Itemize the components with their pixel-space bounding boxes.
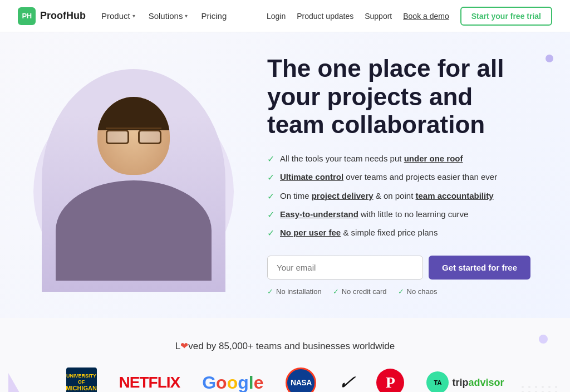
decorative-circle-right [539,335,548,344]
get-started-button[interactable]: Get started for free [429,256,530,280]
nav-pricing[interactable]: Pricing [201,11,227,21]
feature-item-3: ✓ On time project delivery & on point te… [267,190,537,203]
brand-netflix: NETFLIX [119,374,180,391]
navbar-right: Login Product updates Support Book a dem… [267,7,552,26]
highlight-under-one-roof: under one roof [404,154,463,163]
brand-google: Google [202,373,263,392]
logo-initials: PH [22,12,31,20]
logo-text: ProofHub [40,10,86,22]
check-icon: ✓ [267,171,274,184]
hero-content: The one place for all your projects and … [245,55,537,296]
check-icon: ✓ [333,287,339,296]
nav-links: Product ▾ Solutions ▾ Pricing [101,11,227,21]
form-note-credit-card: ✓ No credit card [333,287,387,296]
highlight-project-delivery: project delivery [312,191,374,200]
avatar-body [56,180,212,281]
form-note-chaos: ✓ No chaos [398,287,438,296]
start-trial-button[interactable]: Start your free trial [460,7,552,26]
check-icon: ✓ [267,287,273,296]
loved-text: L❤ved by 85,000+ teams and businesses wo… [18,340,552,352]
decorative-triangle [8,373,19,392]
navbar: PH ProofHub Product ▾ Solutions ▾ Pricin… [0,0,570,32]
check-icon: ✓ [267,227,274,239]
check-icon: ✓ [398,287,404,296]
hero-title: The one place for all your projects and … [267,55,537,139]
nav-login[interactable]: Login [267,12,286,21]
decorative-dots [522,386,559,392]
tripadvisor-logo-icon: TA [426,371,449,392]
decorative-circle [546,55,553,62]
feature-item-2: ✓ Ultimate control over teams and projec… [267,171,537,184]
glasses-lens-left [106,130,129,144]
email-input[interactable] [267,256,423,280]
form-note-installation: ✓ No installation [267,287,322,296]
features-list: ✓ All the tools your team needs put unde… [267,153,537,240]
feature-item-5: ✓ No per user fee & simple fixed price p… [267,227,537,239]
avatar-face [97,97,170,175]
heart-icon: ❤ [180,341,188,351]
nav-solutions[interactable]: Solutions ▾ [149,11,188,21]
avatar-hair [97,97,170,130]
highlight-no-per-user-fee: No per user fee [280,228,341,237]
logo-icon: PH [18,7,36,25]
navbar-left: PH ProofHub Product ▾ Solutions ▾ Pricin… [18,7,227,25]
check-icon: ✓ [267,153,274,165]
feature-item-4: ✓ Easy-to-understand with little to no l… [267,208,537,221]
highlight-easy-to-understand: Easy-to-understand [280,209,358,219]
brand-nike: ✓ [337,371,356,392]
hero-person-avatar [42,69,225,292]
brand-pinterest: P [376,369,404,392]
check-icon: ✓ [267,190,274,203]
chevron-down-icon: ▾ [185,13,188,19]
hero-image [22,58,245,292]
nav-book-demo[interactable]: Book a demo [403,12,449,21]
nav-product-updates[interactable]: Product updates [297,12,353,21]
brand-nasa: NASA [286,367,316,392]
feature-item-1: ✓ All the tools your team needs put unde… [267,153,537,165]
brand-michigan: UNIVERSITY OF MICHIGAN [66,367,97,392]
check-icon: ✓ [267,209,274,221]
logo[interactable]: PH ProofHub [18,7,86,25]
avatar-glasses [106,128,161,144]
hero-section: The one place for all your projects and … [0,32,570,318]
loved-section: L❤ved by 85,000+ teams and businesses wo… [0,318,570,392]
brand-tripadvisor: TA tripadvisor [426,371,504,392]
loved-wrapper: L❤ved by 85,000+ teams and businesses wo… [0,318,570,392]
email-form: Get started for free [267,256,537,280]
brands-list: UNIVERSITY OF MICHIGAN NETFLIX Google NA… [18,367,552,392]
form-notes: ✓ No installation ✓ No credit card ✓ No … [267,287,537,296]
highlight-team-accountability: team accountability [415,191,493,200]
highlight-ultimate-control: Ultimate control [280,172,343,182]
nav-product[interactable]: Product ▾ [101,11,135,21]
glasses-lens-right [138,130,161,144]
chevron-down-icon: ▾ [132,13,135,19]
nav-support[interactable]: Support [365,12,392,21]
